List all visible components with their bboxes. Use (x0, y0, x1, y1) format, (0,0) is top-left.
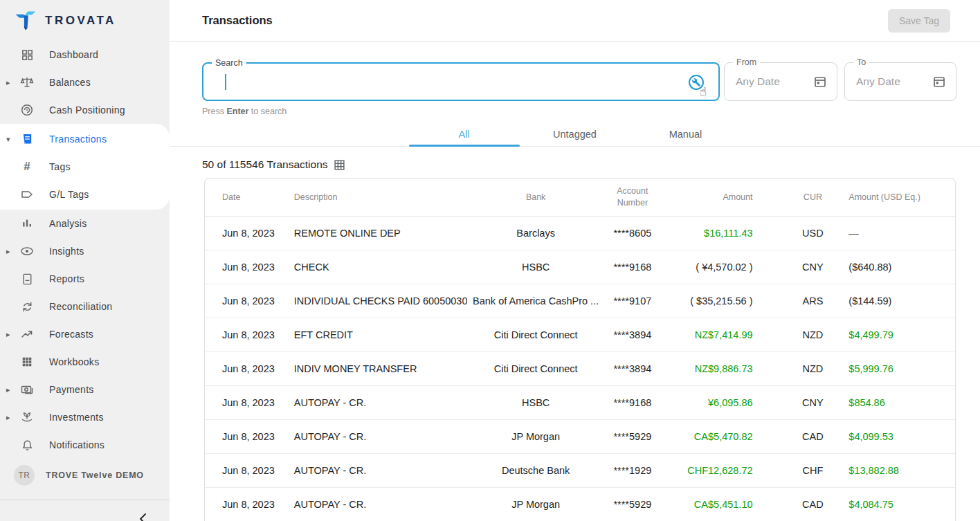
sidebar-item-gl-tags[interactable]: G/L Tags (0, 181, 170, 208)
chevron-right-icon[interactable]: ▸ (6, 330, 10, 339)
analysis-icon (19, 216, 35, 231)
sidebar-item-dashboard[interactable]: Dashboard (0, 41, 170, 68)
cell-bank: Barclays (467, 228, 604, 239)
sidebar-item-investments[interactable]: ▸ Investments (0, 403, 170, 431)
col-header-date[interactable]: Date (205, 192, 281, 202)
cell-currency: USD (779, 228, 848, 239)
trovata-logo-icon (14, 9, 37, 33)
sidebar-item-insights[interactable]: ▸ Insights (0, 237, 170, 265)
sidebar-item-notifications[interactable]: Notifications (0, 431, 170, 459)
chevron-right-icon[interactable]: ▸ (6, 385, 10, 394)
cell-date: Jun 8, 2023 (205, 329, 281, 340)
col-header-bank[interactable]: Bank (467, 192, 604, 202)
page-title: Transactions (202, 14, 273, 27)
sidebar-item-reconciliation[interactable]: Reconciliation (0, 293, 170, 320)
col-header-cur[interactable]: CUR (779, 192, 848, 202)
sidebar-item-label: Insights (49, 246, 84, 257)
sidebar-item-label: Tags (49, 161, 71, 172)
table-header-row: Date Description Bank Account Number Amo… (205, 179, 955, 217)
sidebar-item-forecasts[interactable]: ▸ Forecasts (0, 320, 170, 348)
cell-account: ****1929 (604, 465, 661, 476)
sidebar-item-payments[interactable]: ▸ Payments (0, 376, 170, 403)
cell-date: Jun 8, 2023 (205, 397, 281, 408)
table-grid-icon[interactable] (334, 159, 345, 171)
sidebar-item-workbooks[interactable]: Workbooks (0, 348, 170, 376)
table-row[interactable]: Jun 8, 2023 AUTOPAY - CR. HSBC ****9168 … (205, 386, 955, 420)
table-row[interactable]: Jun 8, 2023 CHECK HSBC ****9168 ( ¥4,570… (205, 250, 955, 284)
cell-amount: NZ$9,886.73 (661, 363, 779, 374)
active-nav-group: ▾ Transactions # Tags G/L (0, 124, 170, 210)
sidebar-item-reports[interactable]: Reports (0, 265, 170, 293)
table-row[interactable]: Jun 8, 2023 REMOTE ONLINE DEP Barclays *… (205, 217, 955, 250)
table-row[interactable]: Jun 8, 2023 AUTOPAY - CR. JP Morgan ****… (205, 420, 955, 454)
chevron-right-icon[interactable]: ▸ (6, 247, 10, 256)
reports-icon (19, 271, 35, 286)
chevron-right-icon[interactable]: ▸ (6, 413, 10, 422)
sidebar-nav: Dashboard ▸ Balances Cash Positioning (0, 41, 170, 491)
cell-description: EFT CREDIT (281, 329, 468, 340)
cell-account: ****3894 (604, 363, 661, 374)
cell-account: ****5929 (604, 431, 661, 442)
sidebar-item-analysis[interactable]: Analysis (0, 210, 170, 237)
sidebar-item-cash-positioning[interactable]: Cash Positioning (0, 96, 170, 124)
cell-date: Jun 8, 2023 (205, 228, 281, 239)
cell-amount: CHF12,628.72 (661, 465, 779, 476)
avatar[interactable]: TR (14, 465, 35, 486)
sidebar-item-label: G/L Tags (49, 189, 89, 200)
search-input[interactable]: Search ☝ (202, 62, 720, 101)
to-date-input[interactable]: To Any Date (844, 62, 956, 101)
notifications-icon (19, 437, 35, 453)
col-header-description[interactable]: Description (281, 192, 468, 202)
transactions-icon (19, 131, 35, 147)
cell-description: AUTOPAY - CR. (281, 431, 468, 442)
cell-amount-usd: — (847, 228, 955, 239)
cell-amount: CA$5,451.10 (661, 499, 779, 510)
user-profile[interactable]: TR TROVE Twelve DEMO (0, 460, 170, 491)
cell-currency: NZD (779, 329, 848, 340)
cell-amount-usd: $4,099.53 (847, 431, 955, 442)
cell-description: INDIVIDUAL CHECKS PAID 60050030... (281, 295, 468, 307)
chevron-down-icon[interactable]: ▾ (6, 135, 10, 144)
col-header-account-number[interactable]: Account Number (604, 185, 661, 209)
cell-bank: JP Morgan (467, 499, 604, 510)
chevron-right-icon[interactable]: ▸ (6, 78, 10, 87)
tab-label: All (458, 129, 469, 140)
sidebar-item-transactions[interactable]: ▾ Transactions (0, 125, 170, 153)
gl-tags-icon (19, 187, 35, 202)
tab-untagged[interactable]: Untagged (520, 122, 630, 146)
table-row[interactable]: Jun 8, 2023 AUTOPAY - CR. JP Morgan ****… (205, 488, 955, 521)
cell-currency: CNY (779, 397, 848, 408)
table-row[interactable]: Jun 8, 2023 INDIVIDUAL CHECKS PAID 60050… (205, 284, 955, 318)
cell-currency: CHF (779, 465, 848, 476)
page-header: Transactions Save Tag (170, 0, 980, 42)
col-header-amount-usd[interactable]: Amount (USD Eq.) (847, 192, 955, 202)
sidebar-item-balances[interactable]: ▸ Balances (0, 68, 170, 96)
to-label: To (853, 57, 869, 67)
sidebar-item-tags[interactable]: # Tags (0, 153, 170, 181)
calendar-icon[interactable] (932, 75, 946, 89)
col-header-amount[interactable]: Amount (661, 192, 779, 202)
cell-date: Jun 8, 2023 (205, 295, 281, 307)
cell-amount-usd: $13,882.88 (847, 465, 955, 476)
table-row[interactable]: Jun 8, 2023 INDIV MONEY TRANSFER Citi Di… (205, 352, 955, 386)
calendar-icon[interactable] (813, 75, 827, 89)
sidebar-item-label: Payments (49, 384, 94, 395)
cell-amount: CA$5,470.82 (661, 431, 779, 442)
sidebar-footer-divider (0, 500, 170, 500)
from-date-input[interactable]: From Any Date (724, 62, 837, 101)
tab-manual[interactable]: Manual (630, 122, 741, 146)
cell-amount: ¥6,095.86 (661, 397, 779, 408)
tab-all[interactable]: All (409, 122, 520, 146)
tab-label: Untagged (553, 129, 597, 140)
cell-description: AUTOPAY - CR. (281, 465, 468, 476)
table-row[interactable]: Jun 8, 2023 AUTOPAY - CR. Deutsche Bank … (205, 454, 955, 488)
table-row[interactable]: Jun 8, 2023 EFT CREDIT Citi Direct Conne… (205, 318, 955, 352)
cash-positioning-icon (19, 102, 35, 118)
cell-bank: HSBC (467, 397, 604, 408)
reconciliation-icon (19, 299, 35, 314)
cell-amount: NZ$7,414.99 (661, 329, 779, 340)
brand-logo[interactable]: TROVATA (0, 0, 170, 33)
collapse-sidebar-icon[interactable] (137, 512, 151, 521)
save-tag-button[interactable]: Save Tag (888, 9, 950, 33)
cell-bank: Citi Direct Connect (467, 329, 604, 340)
